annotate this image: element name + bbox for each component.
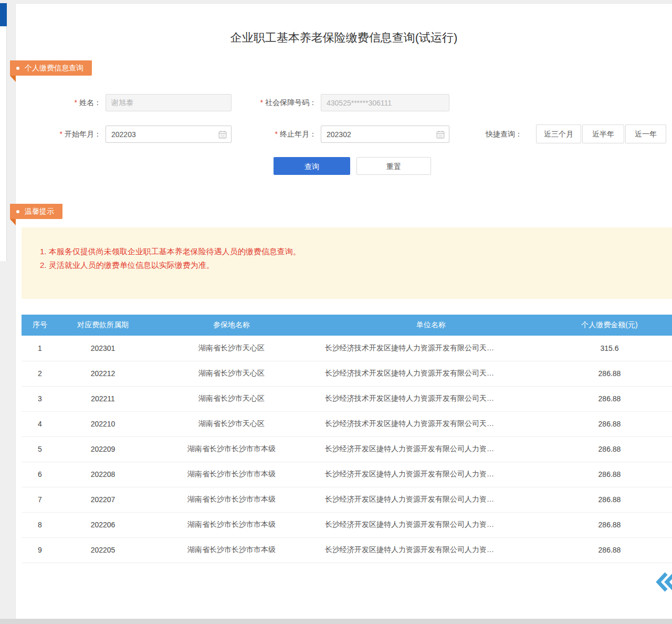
page: { "page": { "title": "企业职工基本养老保险缴费信息查询(试… (0, 0, 672, 624)
table-cell: 湖南省长沙市天心区 (148, 386, 316, 411)
ssn-label: *社会保障号码： (233, 94, 317, 111)
start-date-label: *开始年月： (26, 126, 101, 143)
tips-line-1: 1. 本服务仅提供尚未领取企业职工基本养老保险待遇人员的缴费信息查询。 (40, 245, 301, 258)
table-cell: 286.88 (547, 411, 672, 436)
table-row: 6202208湖南省长沙市长沙市市本级长沙经济开发区捷特人力资源开发有限公司人力… (22, 462, 672, 487)
table-cell: 长沙经济开发区捷特人力资源开发有限公司人力资… (316, 537, 547, 563)
table-row: 7202207湖南省长沙市长沙市市本级长沙经济开发区捷特人力资源开发有限公司人力… (22, 487, 672, 512)
required-mark: * (75, 98, 77, 107)
table-cell: 长沙经济技术开发区捷特人力资源开发有限公司天… (316, 386, 547, 411)
table-cell: 5 (22, 436, 58, 462)
table-cell: 7 (22, 487, 58, 512)
table-cell: 286.88 (547, 487, 672, 512)
table-cell: 湖南省长沙市长沙市市本级 (148, 537, 316, 563)
main-panel: 企业职工基本养老保险缴费信息查询(试运行) 个人缴费信息查询 *姓名： *社会保… (15, 3, 672, 619)
table-row: 5202209湖南省长沙市长沙市市本级长沙经济开发区捷特人力资源开发有限公司人力… (22, 436, 672, 462)
bottom-window-strip (0, 619, 672, 624)
table-cell: 长沙经济开发区捷特人力资源开发有限公司人力资… (316, 512, 547, 537)
end-date-label: *终止年月： (233, 126, 317, 143)
table-cell: 湖南省长沙市长沙市市本级 (148, 462, 316, 487)
table-cell: 9 (22, 537, 58, 563)
column-header-employer: 单位名称 (316, 315, 547, 336)
required-mark: * (60, 130, 62, 138)
table-row: 1202301湖南省长沙市天心区长沙经济技术开发区捷特人力资源开发有限公司天…3… (22, 336, 672, 361)
column-header-insured-place: 参保地名称 (148, 315, 316, 336)
table-cell: 湖南省长沙市长沙市市本级 (148, 436, 316, 462)
column-header-period: 对应费款所属期 (58, 315, 148, 336)
table-cell: 286.88 (547, 386, 672, 411)
table-cell: 3 (22, 386, 58, 411)
tips-line-2: 2. 灵活就业人员的缴费单位信息以实际缴费为准。 (40, 258, 214, 272)
table-cell: 湖南省长沙市天心区 (148, 411, 316, 436)
table-row: 9202205湖南省长沙市长沙市市本级长沙经济开发区捷特人力资源开发有限公司人力… (22, 537, 672, 563)
table-cell: 长沙经济技术开发区捷特人力资源开发有限公司天… (316, 361, 547, 386)
quick-query-label: 快捷查询： (486, 124, 534, 143)
badge-bullet-icon (16, 67, 19, 70)
table-cell: 202211 (58, 386, 148, 411)
badge-bullet-icon (16, 210, 19, 213)
table-cell: 1 (22, 336, 58, 361)
table-body: 1202301湖南省长沙市天心区长沙经济技术开发区捷特人力资源开发有限公司天…3… (22, 336, 672, 563)
table-cell: 长沙经济开发区捷特人力资源开发有限公司人力资… (316, 462, 547, 487)
table-cell: 8 (22, 512, 58, 537)
table-cell: 长沙经济开发区捷特人力资源开发有限公司人力资… (316, 436, 547, 462)
query-section-badge: 个人缴费信息查询 (10, 60, 92, 76)
table-cell: 长沙经济技术开发区捷特人力资源开发有限公司天… (316, 336, 547, 361)
tips-section-badge: 温馨提示 (10, 204, 62, 219)
badge-fold-decoration (10, 219, 16, 225)
table-cell: 湖南省长沙市天心区 (148, 336, 316, 361)
collapse-double-left-chevron-icon[interactable] (653, 571, 672, 593)
table-cell: 湖南省长沙市长沙市市本级 (148, 512, 316, 537)
results-table: 序号 对应费款所属期 参保地名称 单位名称 个人缴费金额(元) 1202301湖… (22, 315, 672, 563)
table-cell: 6 (22, 462, 58, 487)
search-button[interactable]: 查询 (274, 157, 350, 175)
end-date-input[interactable] (321, 126, 449, 143)
table-cell: 202208 (58, 462, 148, 487)
quick-query-last-half-year-button[interactable]: 近半年 (582, 124, 624, 143)
start-date-input[interactable] (106, 126, 232, 143)
table-cell: 286.88 (547, 462, 672, 487)
table-cell: 湖南省长沙市天心区 (148, 361, 316, 386)
name-input[interactable] (106, 94, 232, 111)
ssn-input[interactable] (321, 94, 449, 111)
table-cell: 286.88 (547, 361, 672, 386)
table-cell: 286.88 (547, 537, 672, 563)
table-cell: 长沙经济开发区捷特人力资源开发有限公司人力资… (316, 487, 547, 512)
table-row: 4202210湖南省长沙市天心区长沙经济技术开发区捷特人力资源开发有限公司天…2… (22, 411, 672, 436)
table-cell: 202209 (58, 436, 148, 462)
table-cell: 202210 (58, 411, 148, 436)
table-cell: 202207 (58, 487, 148, 512)
table-cell: 湖南省长沙市长沙市市本级 (148, 487, 316, 512)
column-header-index: 序号 (22, 315, 58, 336)
table-cell: 286.88 (547, 512, 672, 537)
tips-section-badge-label: 温馨提示 (25, 207, 54, 215)
table-cell: 202205 (58, 537, 148, 563)
calendar-icon[interactable] (436, 130, 445, 139)
name-label: *姓名： (26, 94, 101, 111)
column-header-amount: 个人缴费金额(元) (547, 315, 672, 336)
quick-query-last-year-button[interactable]: 近一年 (625, 124, 666, 143)
sidebar-blue-block (0, 3, 7, 26)
badge-fold-decoration (10, 76, 16, 82)
page-title: 企业职工基本养老保险缴费信息查询(试运行) (16, 30, 672, 46)
reset-button[interactable]: 重置 (356, 157, 431, 175)
query-section-badge-label: 个人缴费信息查询 (25, 64, 83, 72)
table-cell: 202206 (58, 512, 148, 537)
left-sidebar-strip (0, 3, 7, 261)
required-mark: * (275, 130, 278, 138)
tips-notice-box: 1. 本服务仅提供尚未领取企业职工基本养老保险待遇人员的缴费信息查询。 2. 灵… (22, 227, 672, 299)
table-cell: 202212 (58, 361, 148, 386)
calendar-icon[interactable] (218, 130, 227, 139)
table-row: 8202206湖南省长沙市长沙市市本级长沙经济开发区捷特人力资源开发有限公司人力… (22, 512, 672, 537)
table-row: 2202212湖南省长沙市天心区长沙经济技术开发区捷特人力资源开发有限公司天…2… (22, 361, 672, 386)
table-cell: 4 (22, 411, 58, 436)
table-cell: 286.88 (547, 436, 672, 462)
table-cell: 2 (22, 361, 58, 386)
table-cell: 长沙经济技术开发区捷特人力资源开发有限公司天… (316, 411, 547, 436)
table-cell: 202301 (58, 336, 148, 361)
table-cell: 315.6 (547, 336, 672, 361)
required-mark: * (260, 98, 263, 107)
quick-query-last-3-months-button[interactable]: 近三个月 (536, 124, 581, 143)
table-header: 序号 对应费款所属期 参保地名称 单位名称 个人缴费金额(元) (22, 315, 672, 336)
table-row: 3202211湖南省长沙市天心区长沙经济技术开发区捷特人力资源开发有限公司天…2… (22, 386, 672, 411)
